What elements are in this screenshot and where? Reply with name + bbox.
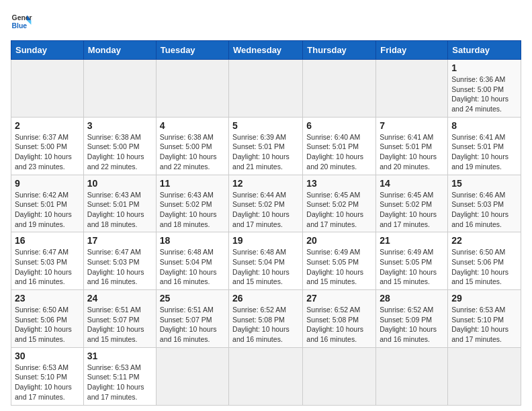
day-number: 9 <box>15 178 80 189</box>
calendar-cell: 23Sunrise: 6:50 AMSunset: 5:06 PMDayligh… <box>11 290 84 348</box>
svg-marker-3 <box>27 20 31 24</box>
calendar-cell: 6Sunrise: 6:40 AMSunset: 5:01 PMDaylight… <box>303 117 376 175</box>
logo: General Blue <box>11 11 32 32</box>
calendar-cell <box>376 347 448 405</box>
day-info: Sunrise: 6:50 AMSunset: 5:06 PMDaylight:… <box>15 305 80 345</box>
day-info: Sunrise: 6:37 AMSunset: 5:00 PMDaylight:… <box>15 132 80 172</box>
calendar-week-6: 30Sunrise: 6:53 AMSunset: 5:10 PMDayligh… <box>11 347 521 405</box>
header-sunday: Sunday <box>11 41 84 60</box>
day-number: 18 <box>160 235 225 246</box>
calendar-cell: 12Sunrise: 6:44 AMSunset: 5:02 PMDayligh… <box>229 175 303 232</box>
day-number: 16 <box>15 235 80 246</box>
calendar-cell: 10Sunrise: 6:43 AMSunset: 5:01 PMDayligh… <box>83 175 156 232</box>
calendar-cell <box>229 60 303 118</box>
day-number: 31 <box>87 351 152 361</box>
calendar-cell: 22Sunrise: 6:50 AMSunset: 5:06 PMDayligh… <box>448 232 521 290</box>
calendar-cell: 26Sunrise: 6:52 AMSunset: 5:08 PMDayligh… <box>229 290 303 348</box>
calendar-cell <box>303 60 376 118</box>
calendar-week-4: 16Sunrise: 6:47 AMSunset: 5:03 PMDayligh… <box>11 232 521 290</box>
day-info: Sunrise: 6:50 AMSunset: 5:06 PMDaylight:… <box>451 247 517 287</box>
day-number: 12 <box>232 178 299 189</box>
day-number: 20 <box>306 235 372 246</box>
calendar-cell: 16Sunrise: 6:47 AMSunset: 5:03 PMDayligh… <box>11 232 84 290</box>
day-info: Sunrise: 6:42 AMSunset: 5:01 PMDaylight:… <box>15 190 80 230</box>
day-info: Sunrise: 6:49 AMSunset: 5:05 PMDaylight:… <box>306 247 372 287</box>
calendar-cell: 8Sunrise: 6:41 AMSunset: 5:01 PMDaylight… <box>448 117 521 175</box>
day-info: Sunrise: 6:53 AMSunset: 5:10 PMDaylight:… <box>451 305 517 345</box>
day-info: Sunrise: 6:48 AMSunset: 5:04 PMDaylight:… <box>160 247 225 287</box>
header-monday: Monday <box>83 41 156 60</box>
svg-text:Blue: Blue <box>12 22 28 30</box>
calendar-week-1: 1Sunrise: 6:36 AMSunset: 5:00 PMDaylight… <box>11 60 521 118</box>
header-friday: Friday <box>376 41 448 60</box>
calendar-week-5: 23Sunrise: 6:50 AMSunset: 5:06 PMDayligh… <box>11 290 521 348</box>
calendar-header-row: SundayMondayTuesdayWednesdayThursdayFrid… <box>11 41 521 60</box>
day-number: 17 <box>87 235 152 246</box>
day-number: 11 <box>160 178 225 189</box>
calendar-cell: 7Sunrise: 6:41 AMSunset: 5:01 PMDaylight… <box>376 117 448 175</box>
day-number: 22 <box>451 235 517 246</box>
calendar-cell: 17Sunrise: 6:47 AMSunset: 5:03 PMDayligh… <box>83 232 156 290</box>
calendar-cell: 14Sunrise: 6:45 AMSunset: 5:02 PMDayligh… <box>376 175 448 232</box>
calendar-cell: 29Sunrise: 6:53 AMSunset: 5:10 PMDayligh… <box>448 290 521 348</box>
day-number: 27 <box>306 293 372 304</box>
day-info: Sunrise: 6:52 AMSunset: 5:09 PMDaylight:… <box>380 305 444 345</box>
calendar-cell <box>156 60 228 118</box>
calendar-cell: 25Sunrise: 6:51 AMSunset: 5:07 PMDayligh… <box>156 290 228 348</box>
day-number: 26 <box>232 293 299 304</box>
day-number: 19 <box>232 235 299 246</box>
calendar-cell: 9Sunrise: 6:42 AMSunset: 5:01 PMDaylight… <box>11 175 84 232</box>
day-info: Sunrise: 6:53 AMSunset: 5:11 PMDaylight:… <box>87 363 152 402</box>
day-info: Sunrise: 6:51 AMSunset: 5:07 PMDaylight:… <box>87 305 152 345</box>
calendar-week-3: 9Sunrise: 6:42 AMSunset: 5:01 PMDaylight… <box>11 175 521 232</box>
day-info: Sunrise: 6:43 AMSunset: 5:01 PMDaylight:… <box>87 190 152 230</box>
day-number: 23 <box>15 293 80 304</box>
day-info: Sunrise: 6:49 AMSunset: 5:05 PMDaylight:… <box>380 247 444 287</box>
day-info: Sunrise: 6:45 AMSunset: 5:02 PMDaylight:… <box>380 190 444 230</box>
calendar-cell <box>83 60 156 118</box>
day-info: Sunrise: 6:43 AMSunset: 5:02 PMDaylight:… <box>160 190 225 230</box>
header-saturday: Saturday <box>448 41 521 60</box>
day-number: 28 <box>380 293 444 304</box>
day-number: 6 <box>306 120 372 131</box>
day-number: 30 <box>15 351 80 361</box>
day-info: Sunrise: 6:36 AMSunset: 5:00 PMDaylight:… <box>451 75 517 114</box>
day-number: 8 <box>451 120 517 131</box>
day-number: 29 <box>451 293 517 304</box>
calendar-cell <box>229 347 303 405</box>
day-number: 10 <box>87 178 152 189</box>
day-number: 1 <box>451 62 517 73</box>
logo-icon: General Blue <box>11 11 32 32</box>
calendar-cell: 20Sunrise: 6:49 AMSunset: 5:05 PMDayligh… <box>303 232 376 290</box>
calendar-week-2: 2Sunrise: 6:37 AMSunset: 5:00 PMDaylight… <box>11 117 521 175</box>
calendar-cell: 24Sunrise: 6:51 AMSunset: 5:07 PMDayligh… <box>83 290 156 348</box>
calendar-cell: 31Sunrise: 6:53 AMSunset: 5:11 PMDayligh… <box>83 347 156 405</box>
page-header: General Blue <box>11 11 521 32</box>
day-info: Sunrise: 6:46 AMSunset: 5:03 PMDaylight:… <box>451 190 517 230</box>
calendar-cell: 19Sunrise: 6:48 AMSunset: 5:04 PMDayligh… <box>229 232 303 290</box>
header-thursday: Thursday <box>303 41 376 60</box>
calendar-cell: 1Sunrise: 6:36 AMSunset: 5:00 PMDaylight… <box>448 60 521 118</box>
calendar-cell: 15Sunrise: 6:46 AMSunset: 5:03 PMDayligh… <box>448 175 521 232</box>
day-number: 13 <box>306 178 372 189</box>
day-info: Sunrise: 6:38 AMSunset: 5:00 PMDaylight:… <box>160 132 225 172</box>
day-number: 2 <box>15 120 80 131</box>
day-info: Sunrise: 6:45 AMSunset: 5:02 PMDaylight:… <box>306 190 372 230</box>
day-info: Sunrise: 6:38 AMSunset: 5:00 PMDaylight:… <box>87 132 152 172</box>
header-tuesday: Tuesday <box>156 41 228 60</box>
day-number: 4 <box>160 120 225 131</box>
day-info: Sunrise: 6:44 AMSunset: 5:02 PMDaylight:… <box>232 190 299 230</box>
calendar-cell <box>376 60 448 118</box>
day-info: Sunrise: 6:39 AMSunset: 5:01 PMDaylight:… <box>232 132 299 172</box>
day-info: Sunrise: 6:51 AMSunset: 5:07 PMDaylight:… <box>160 305 225 345</box>
calendar-cell: 4Sunrise: 6:38 AMSunset: 5:00 PMDaylight… <box>156 117 228 175</box>
day-number: 5 <box>232 120 299 131</box>
calendar-cell: 2Sunrise: 6:37 AMSunset: 5:00 PMDaylight… <box>11 117 84 175</box>
calendar-cell <box>156 347 228 405</box>
day-info: Sunrise: 6:41 AMSunset: 5:01 PMDaylight:… <box>380 132 444 172</box>
day-info: Sunrise: 6:52 AMSunset: 5:08 PMDaylight:… <box>306 305 372 345</box>
calendar-cell: 28Sunrise: 6:52 AMSunset: 5:09 PMDayligh… <box>376 290 448 348</box>
day-info: Sunrise: 6:41 AMSunset: 5:01 PMDaylight:… <box>451 132 517 172</box>
day-number: 15 <box>451 178 517 189</box>
day-number: 3 <box>87 120 152 131</box>
